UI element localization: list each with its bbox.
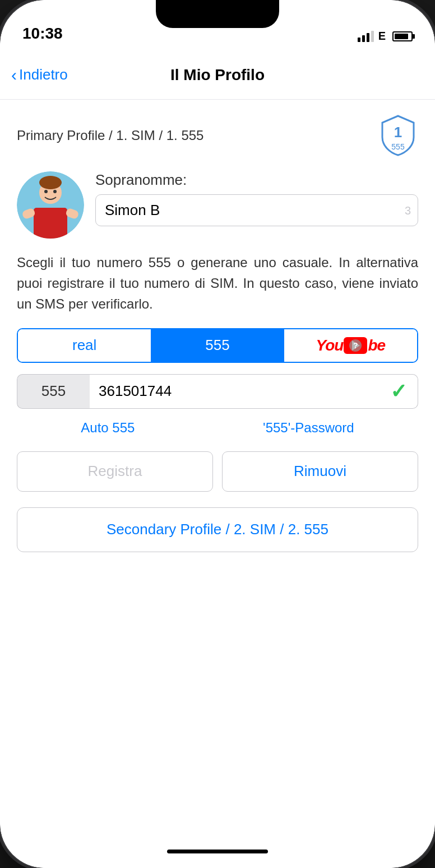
signal-bar-4 bbox=[371, 31, 374, 42]
battery-icon bbox=[392, 31, 413, 41]
content-area: Primary Profile / 1. SIM / 1. 555 1 555 bbox=[0, 100, 435, 834]
signal-bar-3 bbox=[367, 33, 369, 42]
signal-bars-icon bbox=[358, 31, 374, 42]
profile-header-row: Primary Profile / 1. SIM / 1. 555 1 555 bbox=[17, 113, 418, 158]
password-link[interactable]: '555'-Password bbox=[263, 420, 354, 436]
nickname-section: Sopranomme: 3 bbox=[95, 171, 418, 226]
svg-point-6 bbox=[44, 190, 48, 193]
yt-play-icon: ? bbox=[344, 337, 367, 354]
status-time: 10:38 bbox=[22, 25, 63, 45]
network-type: E bbox=[378, 30, 386, 43]
notch bbox=[156, 0, 279, 28]
checkmark-icon: ✓ bbox=[390, 380, 407, 403]
screen: 10:38 E ‹ In bbox=[0, 0, 435, 868]
badge-svg-icon: 1 555 bbox=[379, 114, 417, 157]
battery-fill bbox=[395, 34, 408, 39]
profile-badge: 1 555 bbox=[378, 113, 418, 158]
status-bar: 10:38 E bbox=[0, 0, 435, 50]
secondary-profile-button[interactable]: Secondary Profile / 2. SIM / 2. 555 bbox=[17, 507, 418, 552]
action-links: Auto 555 '555'-Password bbox=[17, 420, 418, 436]
primary-profile-label: Primary Profile / 1. SIM / 1. 555 bbox=[17, 128, 203, 143]
phone-frame: 10:38 E ‹ In bbox=[0, 0, 435, 868]
phone-inner: 10:38 E ‹ In bbox=[0, 0, 435, 868]
home-bar bbox=[167, 850, 268, 853]
number-row: 555 ✓ bbox=[17, 374, 418, 409]
yt-you-text: You bbox=[316, 337, 344, 354]
back-button[interactable]: ‹ Indietro bbox=[11, 66, 68, 83]
secondary-profile-label: Secondary Profile / 2. SIM / 2. 555 bbox=[107, 521, 328, 538]
rimuovi-button[interactable]: Rimuovi bbox=[222, 451, 418, 492]
nickname-input[interactable] bbox=[105, 202, 409, 219]
svg-text:1: 1 bbox=[394, 124, 402, 141]
description-text: Scegli il tuo numero 555 o generane uno … bbox=[17, 252, 418, 315]
toggle-row: real 555 You ? be bbox=[17, 328, 418, 363]
number-prefix: 555 bbox=[17, 374, 90, 409]
svg-point-7 bbox=[53, 190, 57, 193]
auto-555-link[interactable]: Auto 555 bbox=[81, 420, 135, 436]
nickname-input-wrapper: 3 bbox=[95, 194, 418, 226]
phone-number-input[interactable] bbox=[99, 382, 370, 400]
svg-rect-4 bbox=[34, 208, 67, 239]
status-icons: E bbox=[358, 30, 413, 45]
buttons-row: Registra Rimuovi bbox=[17, 451, 418, 492]
profile-info-section: Sopranomme: 3 bbox=[17, 171, 418, 239]
yt-question-overlay: ? bbox=[349, 339, 362, 352]
chevron-left-icon: ‹ bbox=[11, 67, 17, 83]
youtube-button[interactable]: You ? be bbox=[284, 329, 417, 362]
signal-bar-1 bbox=[358, 38, 360, 42]
char-count: 3 bbox=[405, 204, 411, 217]
number-input-wrapper bbox=[90, 374, 379, 409]
signal-bar-2 bbox=[362, 35, 365, 42]
yt-question-mark: ? bbox=[353, 341, 358, 350]
yt-tube-text: be bbox=[368, 337, 385, 354]
page-title: Il Mio Profilo bbox=[170, 66, 265, 84]
home-indicator bbox=[0, 834, 435, 868]
avatar bbox=[17, 171, 84, 239]
nav-bar: ‹ Indietro Il Mio Profilo bbox=[0, 50, 435, 100]
registra-button[interactable]: Registra bbox=[17, 451, 213, 492]
toggle-555-button[interactable]: 555 bbox=[151, 329, 284, 362]
svg-text:555: 555 bbox=[391, 142, 405, 151]
svg-point-5 bbox=[39, 176, 62, 189]
nickname-label: Sopranomme: bbox=[95, 171, 418, 189]
back-label: Indietro bbox=[19, 66, 68, 83]
toggle-real-button[interactable]: real bbox=[18, 329, 151, 362]
check-wrapper: ✓ bbox=[379, 374, 418, 409]
avatar-svg bbox=[17, 171, 84, 239]
